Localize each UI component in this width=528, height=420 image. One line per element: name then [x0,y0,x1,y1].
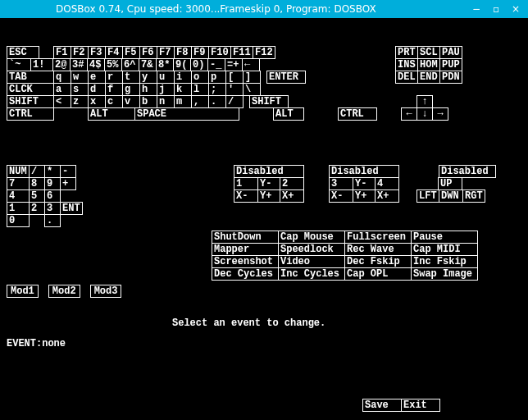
key-a[interactable]: a [53,83,71,96]
key-f2[interactable]: F2 [71,46,89,59]
key-r[interactable]: r [105,71,123,84]
key-minus[interactable]: -_ [207,58,225,71]
key-semicolon[interactable]: ; [208,83,226,96]
key-period[interactable]: . [208,95,226,108]
key-kp8[interactable]: 8 [29,177,45,190]
key-slash[interactable]: / [225,95,244,108]
hat-down[interactable]: DWN [439,189,463,203]
key-9[interactable]: 9( [173,58,191,71]
action-capmouse[interactable]: Cap Mouse [278,231,345,244]
key-f1[interactable]: F1 [53,46,71,59]
key-n[interactable]: n [157,95,175,108]
key-kp7[interactable]: 7 [7,177,30,190]
key-kp0[interactable]: 0 [7,214,30,227]
action-decfskip[interactable]: Dec Fskip [344,255,412,268]
key-numlock[interactable]: NUM [7,165,30,178]
joy1-ypos[interactable]: Y+ [257,189,280,203]
key-kp5[interactable]: 5 [29,189,45,203]
mod3-button[interactable]: Mod3 [90,285,122,298]
key-kpminus[interactable]: - [60,165,76,178]
save-button[interactable]: Save [362,399,402,412]
mod1-button[interactable]: Mod1 [7,285,39,298]
key-pagedown[interactable]: PDN [439,71,462,84]
key-esc[interactable]: ESC [7,46,39,59]
key-kp2[interactable]: 2 [29,202,45,215]
hat-up[interactable]: UP [438,177,462,190]
key-down[interactable]: ↓ [416,107,433,121]
key-e[interactable]: e [88,71,106,84]
key-6[interactable]: 6^ [121,58,139,71]
key-1[interactable]: 1! [30,58,53,71]
key-s[interactable]: s [71,83,89,96]
action-swapimage[interactable]: Swap Image [411,267,478,281]
key-comma[interactable]: , [191,95,209,108]
key-delete[interactable]: DEL [395,71,418,84]
action-recwave[interactable]: Rec Wave [344,243,412,256]
key-g[interactable]: g [122,83,140,96]
key-f11[interactable]: F11 [230,46,253,59]
key-kp9[interactable]: 9 [44,177,61,190]
key-i[interactable]: i [174,71,192,84]
key-z[interactable]: z [71,95,89,108]
key-f8[interactable]: F8 [174,46,192,59]
action-capmidi[interactable]: Cap MIDI [411,243,478,256]
key-ralt[interactable]: ALT [273,107,304,121]
key-kpdiv[interactable]: / [29,165,45,178]
hat-left[interactable]: LFT [416,189,439,203]
key-2[interactable]: 2@ [52,58,71,71]
joy1-btn2[interactable]: 2 [280,177,304,190]
key-kpperiod[interactable]: . [44,214,61,227]
maximize-icon[interactable]: ▫ [490,3,502,15]
key-u[interactable]: u [157,71,175,84]
key-kp1[interactable]: 1 [7,202,30,215]
key-scrlock[interactable]: SCL [417,46,440,59]
key-4[interactable]: 4$ [87,58,105,71]
joy1-yneg[interactable]: Y- [257,177,280,190]
key-m[interactable]: m [174,95,192,108]
key-lshift[interactable]: SHIFT [7,95,54,108]
key-7[interactable]: 7& [139,58,157,71]
key-0[interactable]: 0) [190,58,208,71]
key-kp4[interactable]: 4 [7,189,30,203]
key-rbracket[interactable]: ] [243,71,261,84]
joy2-yneg[interactable]: Y- [353,177,376,190]
key-enter[interactable]: ENTER [266,71,306,84]
key-5[interactable]: 5% [104,58,122,71]
key-right[interactable]: → [432,107,448,121]
key-b[interactable]: b [139,95,157,108]
joy2-xpos[interactable]: X+ [375,189,399,203]
key-l[interactable]: l [191,83,209,96]
key-insert[interactable]: INS [395,58,418,71]
joy1-xpos[interactable]: X+ [280,189,304,203]
key-x[interactable]: x [88,95,106,108]
key-f6[interactable]: F6 [139,46,157,59]
key-f[interactable]: f [105,83,123,96]
key-kpplus[interactable]: + [60,177,76,190]
action-deccycles[interactable]: Dec Cycles [212,267,279,281]
key-c[interactable]: c [105,95,123,108]
key-lalt[interactable]: ALT [88,107,135,121]
action-screenshot[interactable]: Screenshot [212,255,279,268]
key-t[interactable]: t [122,71,140,84]
key-h[interactable]: h [139,83,157,96]
action-inccycles[interactable]: Inc Cycles [278,267,345,281]
key-o[interactable]: o [191,71,209,84]
action-shutdown[interactable]: ShutDown [212,231,279,244]
action-capopl[interactable]: Cap OPL [344,267,412,281]
key-capslock[interactable]: CLCK [7,83,54,96]
key-3[interactable]: 3# [70,58,88,71]
joy2-xneg[interactable]: X- [329,189,353,203]
mod2-button[interactable]: Mod2 [48,285,80,298]
action-video[interactable]: Video [278,255,345,268]
key-backslash[interactable]: \ [243,83,261,96]
key-backspace[interactable]: ← [242,58,260,71]
key-lbracket[interactable]: [ [225,71,244,84]
key-f3[interactable]: F3 [88,46,106,59]
key-f10[interactable]: F10 [208,46,231,59]
key-q[interactable]: q [53,71,71,84]
key-rshift[interactable]: SHIFT [249,95,289,108]
key-f5[interactable]: F5 [122,46,140,59]
action-mapper[interactable]: Mapper [212,243,279,256]
exit-button[interactable]: Exit [401,399,440,412]
key-f12[interactable]: F12 [253,46,275,59]
